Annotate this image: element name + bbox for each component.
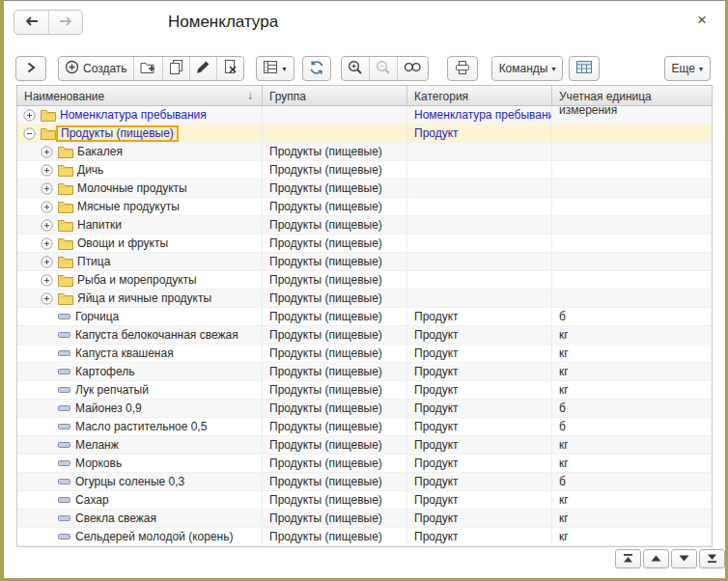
cell-category: Продукт — [407, 528, 552, 545]
expand-icon[interactable] — [41, 182, 53, 195]
scroll-down-icon — [678, 552, 690, 567]
item-icon — [58, 368, 70, 375]
column-header-name[interactable]: Наименование ↓ — [17, 86, 263, 105]
folder-icon — [58, 219, 73, 232]
cell-name: Майонез 0,9 — [17, 400, 263, 417]
table-settings-button[interactable] — [569, 56, 600, 81]
table-row[interactable]: МеланжПродукты (пищевые)Продукткг — [17, 436, 712, 455]
cell-name: Сельдерей молодой (корень) — [17, 528, 263, 545]
table-row[interactable]: Майонез 0,9Продукты (пищевые)Продуктб — [17, 400, 712, 418]
row-name: Капуста белокочанная свежая — [75, 328, 238, 343]
table-row[interactable]: Рыба и морепродуктыПродукты (пищевые) — [17, 271, 712, 290]
row-name: Меланж — [75, 438, 119, 453]
cell-category: Продукт — [407, 436, 552, 454]
expand-icon[interactable] — [41, 146, 53, 158]
cell-name: Молочные продукты — [17, 180, 263, 197]
cell-unit — [552, 198, 712, 215]
table-row[interactable]: Капуста квашенаяПродукты (пищевые)Продук… — [17, 345, 712, 363]
expand-icon[interactable] — [41, 201, 53, 213]
close-button[interactable]: × — [697, 12, 707, 29]
collapse-icon[interactable] — [23, 127, 36, 140]
row-name: Картофель — [75, 365, 135, 379]
table-row[interactable]: Овощи и фруктыПродукты (пищевые) — [17, 235, 712, 253]
chevron-down-icon: ▾ — [283, 65, 287, 73]
delete-button[interactable] — [216, 57, 243, 80]
cell-category: Продукт — [407, 510, 552, 527]
edit-button-group: Создать — [58, 56, 244, 81]
table-row[interactable]: МорковьПродукты (пищевые)Продукткг — [17, 455, 712, 473]
view-mode-button[interactable]: ▾ — [256, 56, 294, 81]
cell-name: Дичь — [17, 161, 263, 179]
forward-button[interactable] — [48, 11, 82, 34]
table-row[interactable]: ДичьПродукты (пищевые) — [17, 161, 712, 180]
zoom-in-button[interactable] — [342, 57, 369, 80]
column-header-unit[interactable]: Учетная единица измерения — [552, 86, 712, 105]
table-row[interactable]: Яйца и яичные продуктыПродукты (пищевые) — [17, 290, 712, 308]
chevron-right-icon — [25, 61, 37, 77]
commands-button[interactable]: Команды ▾ — [491, 56, 564, 81]
expand-icon[interactable] — [41, 292, 53, 305]
create-group-button[interactable] — [133, 57, 162, 80]
expand-icon[interactable] — [41, 219, 53, 232]
row-name: Свекла свежая — [75, 512, 156, 526]
cell-name: Овощи и фрукты — [17, 235, 263, 252]
table-row[interactable]: Масло растительное 0,5Продукты (пищевые)… — [17, 418, 712, 436]
item-icon — [58, 441, 70, 449]
find-button[interactable] — [397, 57, 428, 80]
table-row[interactable]: Капуста белокочанная свежаяПродукты (пищ… — [17, 326, 712, 345]
expand-icon[interactable] — [23, 109, 36, 122]
table-row[interactable]: ПтицаПродукты (пищевые) — [17, 253, 712, 271]
cell-name: Продукты (пищевые) — [17, 124, 263, 142]
row-name: Сахар — [75, 493, 109, 508]
create-button[interactable]: Создать — [59, 57, 133, 80]
copy-button[interactable] — [162, 57, 189, 80]
scroll-down-button[interactable] — [671, 549, 697, 568]
scroll-to-bottom-button[interactable] — [699, 549, 725, 568]
table-row[interactable]: Молочные продуктыПродукты (пищевые) — [17, 180, 712, 198]
print-button[interactable] — [447, 56, 478, 81]
table-row[interactable]: БакалеяПродукты (пищевые) — [17, 143, 712, 161]
row-name: Мясные продукуты — [77, 200, 180, 214]
delete-item-icon — [223, 60, 238, 77]
expand-icon[interactable] — [41, 237, 53, 250]
edit-button[interactable] — [189, 57, 216, 80]
zoom-out-button[interactable] — [369, 57, 397, 80]
table-row[interactable]: ГорчицаПродукты (пищевые)Продуктб — [17, 308, 712, 326]
cell-group — [263, 106, 407, 124]
table-row[interactable]: СахарПродукты (пищевые)Продукткг — [17, 491, 712, 510]
folder-icon — [58, 164, 73, 177]
table-row[interactable]: Продукты (пищевые)Продукт — [17, 124, 712, 143]
cell-name: Лук репчатый — [17, 381, 263, 399]
table-row[interactable]: Свекла свежаяПродукты (пищевые)Продукткг — [17, 510, 712, 528]
more-button[interactable]: Еще ▾ — [664, 56, 711, 81]
panel-toggle-button[interactable] — [15, 56, 46, 81]
back-button[interactable] — [14, 11, 48, 34]
cell-unit: кг — [552, 528, 712, 545]
table-row[interactable]: Огурцы соленые 0,3Продукты (пищевые)Прод… — [17, 473, 712, 491]
column-header-category[interactable]: Категория — [407, 86, 552, 105]
table-row[interactable]: КартофельПродукты (пищевые)Продукткг — [17, 363, 712, 381]
cell-unit — [552, 161, 712, 179]
item-icon — [58, 496, 70, 504]
scroll-up-icon — [650, 552, 662, 567]
row-name: Огурцы соленые 0,3 — [75, 475, 184, 489]
table-row[interactable]: НапиткиПродукты (пищевые) — [17, 216, 712, 235]
cell-group: Продукты (пищевые) — [263, 473, 407, 490]
refresh-button[interactable] — [302, 56, 331, 81]
expand-icon[interactable] — [41, 256, 53, 268]
list-view-icon — [264, 61, 279, 76]
table-row[interactable]: Сельдерей молодой (корень)Продукты (пище… — [17, 528, 712, 546]
column-header-group[interactable]: Группа — [263, 86, 407, 105]
table-row[interactable]: Лук репчатыйПродукты (пищевые)Продукткг — [17, 381, 712, 400]
cell-category: Продукт — [407, 345, 552, 362]
expand-icon[interactable] — [41, 164, 53, 177]
scroll-to-top-button[interactable] — [615, 549, 641, 568]
chevron-down-icon: ▾ — [699, 65, 703, 73]
cell-unit: б — [552, 418, 712, 435]
expand-icon[interactable] — [41, 274, 53, 287]
table-row[interactable]: Мясные продукутыПродукты (пищевые) — [17, 198, 712, 216]
table-grid-icon — [576, 61, 592, 76]
item-icon — [58, 386, 70, 394]
scroll-up-button[interactable] — [643, 549, 669, 568]
cell-group: Продукты (пищевые) — [263, 308, 407, 325]
